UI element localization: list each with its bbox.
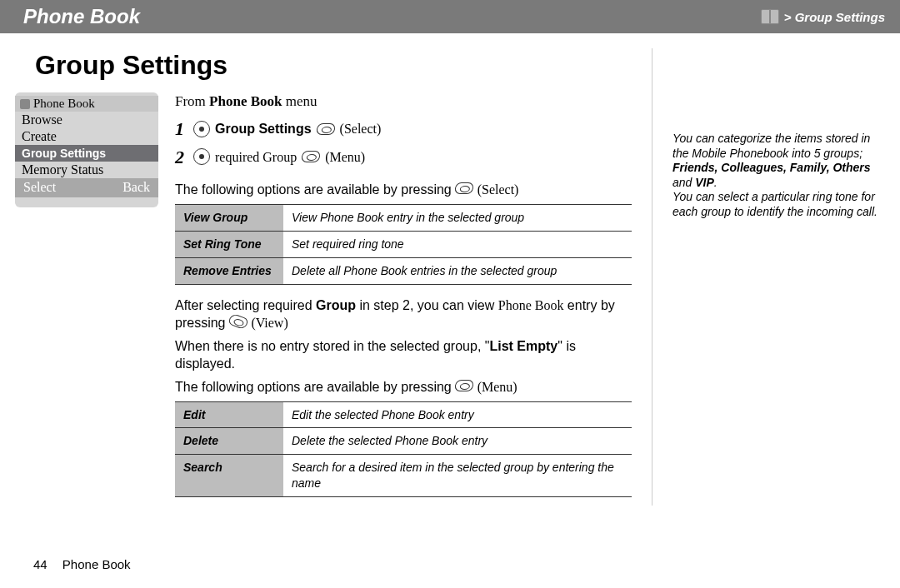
divider: [652, 48, 652, 506]
phone-screen-title: Phone Book: [15, 96, 158, 112]
phone-menu-item: Browse: [15, 112, 158, 128]
phone-menu-item-selected: Group Settings: [15, 145, 158, 162]
header-bar: Phone Book > Group Settings: [0, 0, 900, 33]
sidebar-note: You can categorize the items stored in t…: [672, 48, 885, 506]
chapter-name: Phone Book: [62, 557, 131, 571]
breadcrumb: > Group Settings: [761, 9, 885, 24]
table-row: Remove EntriesDelete all Phone Book entr…: [175, 257, 632, 284]
phone-softkeys: Select Back: [15, 178, 158, 197]
table-row: DeleteDelete the selected Phone Book ent…: [175, 428, 632, 455]
table-row: Set Ring ToneSet required ring tone: [175, 231, 632, 257]
options-table-2: EditEdit the selected Phone Book entry D…: [175, 401, 632, 498]
select-icon: [301, 151, 321, 162]
view-icon: [227, 313, 249, 330]
softkey-left: Select: [23, 180, 56, 195]
mid-para-1: After selecting required Group in step 2…: [175, 296, 632, 332]
instructions: From Phone Book menu 1 Group Settings (S…: [175, 92, 632, 506]
table-row: View GroupView Phone Book entry in the s…: [175, 204, 632, 231]
section-title: Group Settings: [35, 50, 632, 81]
book-icon: [761, 9, 779, 24]
phone-menu-item: Memory Status: [15, 162, 158, 178]
page-number: 44: [33, 557, 48, 571]
select-icon: [316, 123, 336, 135]
mid-para-2: When there is no entry stored in the sel…: [175, 337, 632, 373]
step-bold: Group Settings: [215, 120, 312, 138]
table-row: SearchSearch for a desired item in the s…: [175, 455, 632, 497]
main-column: Group Settings Phone Book Browse Create …: [15, 48, 632, 506]
step-1: 1 Group Settings (Select): [175, 117, 632, 142]
softkey-right: Back: [122, 180, 150, 195]
step-action: (Menu): [325, 148, 365, 167]
select-icon: [454, 380, 474, 391]
avail-line-1: The following options are available by p…: [175, 181, 632, 199]
step-action: (Select): [340, 120, 382, 138]
table-row: EditEdit the selected Phone Book entry: [175, 401, 632, 428]
page-footer: 44 Phone Book: [33, 557, 131, 571]
phone-menu-item: Create: [15, 128, 158, 145]
nav-icon: [193, 148, 210, 165]
step-number: 1: [175, 117, 188, 142]
header-title: Phone Book: [23, 5, 140, 28]
phone-screenshot: Phone Book Browse Create Group Settings …: [15, 92, 158, 207]
options-table-1: View GroupView Phone Book entry in the s…: [175, 204, 632, 285]
nav-icon: [193, 121, 210, 137]
select-icon: [454, 182, 474, 194]
step-2: 2 required Group (Menu): [175, 145, 632, 170]
avail-line-2: The following options are available by p…: [175, 378, 632, 396]
step-number: 2: [175, 145, 188, 170]
from-line: From Phone Book menu: [175, 92, 632, 112]
breadcrumb-text: > Group Settings: [784, 10, 885, 24]
step-plain: required Group: [215, 148, 297, 167]
